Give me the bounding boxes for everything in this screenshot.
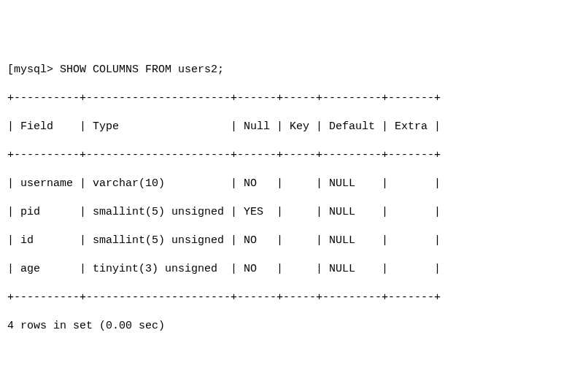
table-border: +----------+----------------------+-----… — [7, 291, 581, 305]
table-row: | pid | smallint(5) unsigned | YES | | N… — [7, 205, 581, 220]
table-border: +----------+----------------------+-----… — [7, 91, 581, 106]
prompt-line[interactable]: [mysql> SHOW COLUMNS FROM users2; — [7, 63, 581, 77]
table-row: | id | smallint(5) unsigned | NO | | NUL… — [7, 234, 581, 248]
table-header: | Field | Type | Null | Key | Default | … — [7, 120, 581, 134]
table-border: +----------+----------------------+-----… — [7, 148, 581, 163]
result-summary: 4 rows in set (0.00 sec) — [7, 319, 581, 334]
table-row: | age | tinyint(3) unsigned | NO | | NUL… — [7, 262, 581, 277]
blank-line — [7, 347, 581, 362]
terminal-output: [mysql> SHOW COLUMNS FROM users2; +-----… — [7, 49, 581, 366]
table-row: | username | varchar(10) | NO | | NULL |… — [7, 177, 581, 191]
sql-command: SHOW COLUMNS FROM users2; — [60, 64, 224, 76]
mysql-prompt: mysql> — [14, 64, 53, 76]
